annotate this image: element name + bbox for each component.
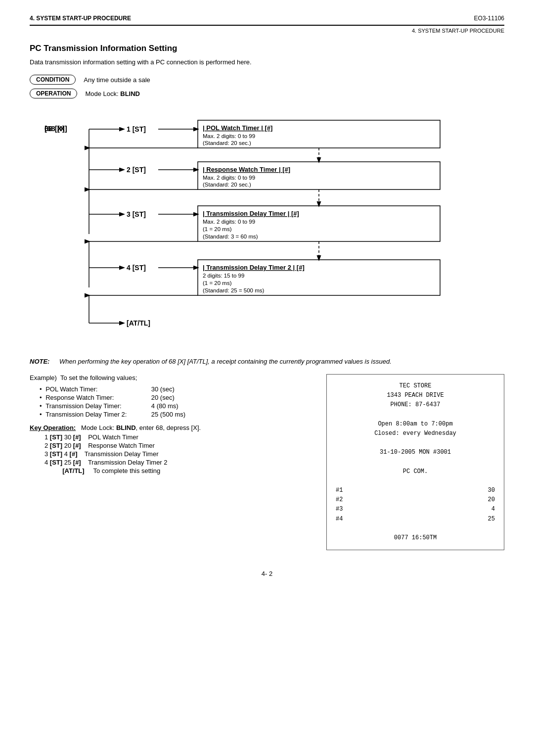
svg-text:(Standard: 20 sec.): (Standard: 20 sec.) xyxy=(203,182,251,188)
header-right-top: EO3-11106 xyxy=(474,15,504,22)
svg-text:Max. 2 digits: 0 to 99: Max. 2 digits: 0 to 99 xyxy=(203,133,255,139)
header-left: 4. SYSTEM START-UP PROCEDURE xyxy=(30,15,131,22)
key-op-step: 2 [ST] 20 [#] Response Watch Timer xyxy=(44,442,312,449)
receipt-item: #425 xyxy=(336,515,495,524)
diagram-svg: [68 [X] 68 [X] 1 [ST] | POL Watch Timer … xyxy=(30,110,485,348)
svg-text:(Standard: 20 sec.): (Standard: 20 sec.) xyxy=(203,140,251,146)
svg-text:| Response Watch Timer | [#]: | Response Watch Timer | [#] xyxy=(203,166,290,173)
example-left: Example) To set the following values; • … xyxy=(30,374,312,550)
svg-text:68 [X]: 68 [X] xyxy=(44,124,65,133)
example-values-list: • POL Watch Timer: 30 (sec)• Response Wa… xyxy=(40,385,312,418)
key-op-step: [AT/TL] To complete this setting xyxy=(44,467,312,474)
note-text: When performing the key operation of 68 … xyxy=(59,358,392,365)
page-number: 4- 2 xyxy=(262,570,272,577)
key-op-step: 3 [ST] 4 [#] Transmission Delay Timer xyxy=(44,450,312,458)
svg-text:2 [ST]: 2 [ST] xyxy=(127,166,146,174)
condition-text: Any time outside a sale xyxy=(84,76,150,84)
receipt-item: #130 xyxy=(336,486,495,495)
key-op-label: Key Operation: xyxy=(30,424,76,431)
svg-text:| Transmission Delay Timer 2 |: | Transmission Delay Timer 2 | [#] xyxy=(203,264,305,271)
svg-text:(1 = 20 ms): (1 = 20 ms) xyxy=(203,226,232,232)
svg-text:Max. 2 digits: 0 to 99: Max. 2 digits: 0 to 99 xyxy=(203,175,255,181)
page-footer: 4- 2 xyxy=(30,570,504,577)
example-value-item: • Transmission Delay Timer: 4 (80 ms) xyxy=(40,402,312,410)
section-title: PC Transmission Information Setting xyxy=(30,44,504,53)
note-label: NOTE: xyxy=(30,358,55,365)
note-block: NOTE: When performing the key operation … xyxy=(30,358,504,365)
svg-text:[AT/TL]: [AT/TL] xyxy=(127,319,150,327)
key-op-step: 1 [ST] 30 [#] POL Watch Timer xyxy=(44,433,312,441)
key-op-step: 4 [ST] 25 [#] Transmission Delay Timer 2 xyxy=(44,459,312,466)
operation-row: OPERATION Mode Lock: BLIND xyxy=(30,89,504,98)
receipt-hours: Open 8:00am to 7:00pm xyxy=(336,420,495,429)
receipt-box: TEC STORE 1343 PEACH DRIVE PHONE: 87-643… xyxy=(326,374,504,550)
svg-text:| Transmission Delay Timer | [: | Transmission Delay Timer | [#] xyxy=(203,210,299,217)
key-op-steps-list: 1 [ST] 30 [#] POL Watch Timer2 [ST] 20 [… xyxy=(44,433,312,474)
key-operation-section: Key Operation: Mode Lock: BLIND, enter 6… xyxy=(30,424,312,474)
header-right-bottom: 4. SYSTEM START-UP PROCEDURE xyxy=(412,28,504,34)
svg-text:1 [ST]: 1 [ST] xyxy=(127,125,146,133)
receipt-date: 31-10-2005 MON #3001 xyxy=(336,448,495,457)
receipt-item: #220 xyxy=(336,495,495,505)
example-value-item: • Response Watch Timer: 20 (sec) xyxy=(40,394,312,401)
receipt-footer: 0077 16:50TM xyxy=(336,533,495,543)
condition-row: CONDITION Any time outside a sale xyxy=(30,75,504,85)
receipt-pc-com: PC COM. xyxy=(336,467,495,476)
key-op-mode: Mode Lock: BLIND, enter 68, depress [X]. xyxy=(78,424,201,431)
receipt-address: 1343 PEACH DRIVE xyxy=(336,391,495,400)
example-label: Example) To set the following values; xyxy=(30,374,312,381)
example-value-item: • POL Watch Timer: 30 (sec) xyxy=(40,385,312,393)
svg-text:(Standard: 25 = 500 ms): (Standard: 25 = 500 ms) xyxy=(203,287,265,293)
receipt-items: #130#220#34#425 xyxy=(336,486,495,524)
section-description: Data transmission information setting wi… xyxy=(30,58,504,66)
svg-text:2 digits: 15 to 99: 2 digits: 15 to 99 xyxy=(203,273,244,279)
example-section: Example) To set the following values; • … xyxy=(30,374,504,550)
receipt-item: #34 xyxy=(336,505,495,514)
svg-text:| POL Watch Timer | [#]: | POL Watch Timer | [#] xyxy=(203,124,272,132)
flow-diagram: [68 [X] 68 [X] 1 [ST] | POL Watch Timer … xyxy=(30,110,504,348)
receipt-store: TEC STORE xyxy=(336,381,495,391)
receipt-closed: Closed: every Wednesday xyxy=(336,429,495,438)
svg-text:(Standard: 3 = 60 ms): (Standard: 3 = 60 ms) xyxy=(203,234,258,239)
example-value-item: • Transmission Delay Timer 2: 25 (500 ms… xyxy=(40,411,312,418)
page-subheader: 4. SYSTEM START-UP PROCEDURE xyxy=(30,28,504,34)
svg-text:(1 = 20 ms): (1 = 20 ms) xyxy=(203,280,232,286)
page-header: 4. SYSTEM START-UP PROCEDURE EO3-11106 xyxy=(30,15,504,26)
receipt-phone: PHONE: 87-6437 xyxy=(336,400,495,410)
operation-text: Mode Lock: BLIND xyxy=(85,90,140,97)
svg-text:3 [ST]: 3 [ST] xyxy=(127,210,146,218)
operation-badge: OPERATION xyxy=(30,89,77,98)
svg-text:Max. 2 digits: 0 to 99: Max. 2 digits: 0 to 99 xyxy=(203,219,255,225)
condition-badge: CONDITION xyxy=(30,75,76,85)
svg-text:4 [ST]: 4 [ST] xyxy=(127,264,146,272)
